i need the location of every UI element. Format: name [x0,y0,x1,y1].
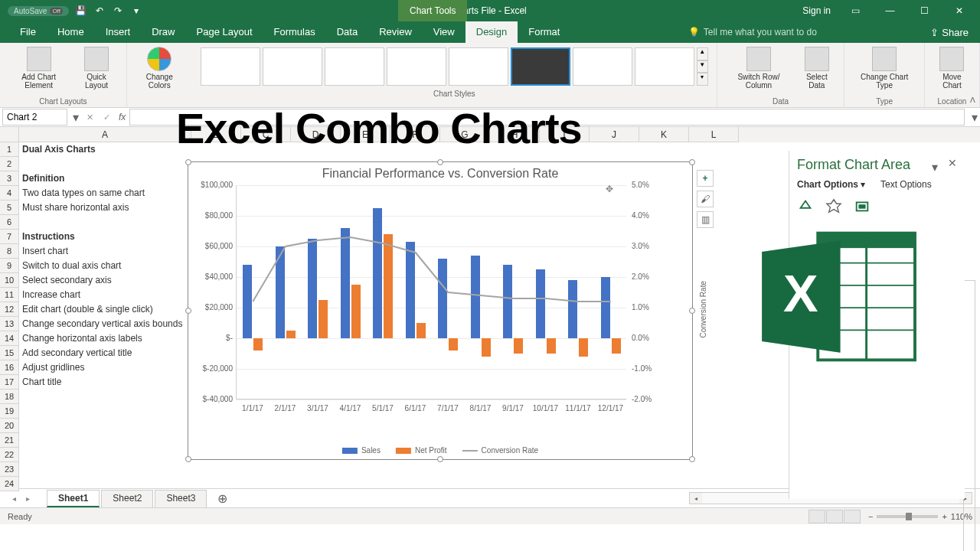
tab-formulas[interactable]: Formulas [263,21,326,43]
chart-filters-icon[interactable]: ▥ [697,211,714,228]
col-header-J[interactable]: J [590,127,639,142]
chart-object[interactable]: + 🖌 ▥ Financial Performance vs. Conversi… [188,161,693,460]
chart-style-6[interactable] [511,47,570,86]
row-header-9[interactable]: 9 [0,259,19,273]
zoom-out-icon[interactable]: − [868,512,873,521]
fx-icon[interactable]: fx [119,112,126,122]
chart-style-4[interactable] [387,47,446,86]
bar-net-profit[interactable] [547,338,556,354]
row-header-24[interactable]: 24 [0,477,19,491]
page-break-view-icon[interactable] [844,510,861,523]
namebox-dropdown-icon[interactable]: ▾ [70,110,81,125]
tab-format[interactable]: Format [518,21,570,43]
row-header-5[interactable]: 5 [0,201,19,215]
row-header-16[interactable]: 16 [0,360,19,375]
bar-sales[interactable] [373,208,382,338]
row-header-18[interactable]: 18 [0,390,19,404]
change-chart-type-button[interactable]: Change Chart Type [851,45,917,91]
col-header-K[interactable]: K [639,127,689,142]
tab-page-layout[interactable]: Page Layout [186,21,263,43]
row-header-1[interactable]: 1 [0,142,19,157]
bar-net-profit[interactable] [253,338,263,350]
chart-styles-icon[interactable]: 🖌 [697,191,714,207]
col-header-A[interactable]: A [19,127,191,142]
bar-sales[interactable] [471,256,480,338]
secondary-axis-title[interactable]: Conversion Rate [699,281,707,337]
cell-A13[interactable]: Change secondary vertical axis bounds [19,317,191,331]
vertical-scrollbar[interactable] [963,280,975,551]
row-header-4[interactable]: 4 [0,186,19,201]
normal-view-icon[interactable] [808,510,825,523]
cancel-formula-icon[interactable]: ✕ [83,110,96,124]
chart-style-7[interactable] [573,47,632,86]
bar-net-profit[interactable] [286,331,296,338]
cell-A3[interactable]: Definition [19,171,191,186]
col-header-L[interactable]: L [689,127,739,142]
bar-sales[interactable] [406,242,415,338]
bar-net-profit[interactable] [449,338,458,350]
switch-row-column-button[interactable]: Switch Row/ Column [724,45,794,91]
bar-sales[interactable] [308,239,317,338]
maximize-icon[interactable]: ☐ [907,0,942,21]
chart-options-tab[interactable]: Chart Options▾ [797,179,865,190]
chart-elements-icon[interactable]: + [697,170,714,187]
minimize-icon[interactable]: — [873,0,907,21]
plot-area[interactable]: $100,0005.0%$80,0004.0%$60,0003.0%$40,00… [236,185,626,399]
move-chart-button[interactable]: Move Chart [931,45,973,91]
save-icon[interactable]: 💾 [75,5,87,17]
cell-A9[interactable]: Switch to dual axis chart [19,259,191,273]
name-box[interactable]: Chart 2 [2,109,67,126]
tab-data[interactable]: Data [326,21,368,43]
collapse-ribbon-icon[interactable]: ᐱ [970,96,975,104]
row-header-12[interactable]: 12 [0,302,19,317]
sheet-tab-sheet3[interactable]: Sheet3 [155,490,207,507]
share-button[interactable]: ⇪ Share [919,27,980,38]
change-colors-button[interactable]: Change Colors [133,45,186,91]
bar-sales[interactable] [341,228,350,338]
close-pane-icon[interactable]: ✕ [948,157,957,169]
row-header-6[interactable]: 6 [0,215,19,230]
bar-sales[interactable] [438,259,447,338]
cell-A14[interactable]: Change horizontal axis labels [19,331,191,346]
row-header-19[interactable]: 19 [0,404,19,419]
chart-legend[interactable]: Sales Net Profit Conversion Rate [342,446,538,455]
sheet-nav-prev-icon[interactable]: ◂ [8,492,20,504]
quick-layout-button[interactable]: Quick Layout [73,45,119,91]
tellme-input[interactable]: Tell me what you want to do [704,27,817,37]
qat-dropdown-icon[interactable]: ▾ [130,5,142,17]
row-header-14[interactable]: 14 [0,331,19,346]
bar-sales[interactable] [536,269,545,338]
bar-net-profit[interactable] [416,323,426,338]
row-header-3[interactable]: 3 [0,171,19,186]
zoom-slider[interactable] [877,515,938,518]
signin-button[interactable]: Sign in [795,5,838,16]
tab-insert[interactable]: Insert [95,21,142,43]
gallery-up-icon[interactable]: ▲ [697,47,708,60]
size-properties-icon[interactable] [854,197,871,214]
close-icon[interactable]: ✕ [942,0,976,21]
row-header-11[interactable]: 11 [0,288,19,302]
page-layout-view-icon[interactable] [826,510,843,523]
cell-A7[interactable]: Instructions [19,230,191,244]
cell-A8[interactable]: Insert chart [19,244,191,259]
cell-A15[interactable]: Add secondary vertical title [19,346,191,360]
row-header-7[interactable]: 7 [0,230,19,244]
sheet-tab-sheet1[interactable]: Sheet1 [47,490,100,507]
bar-sales[interactable] [276,246,285,338]
row-header-2[interactable]: 2 [0,157,19,171]
bar-net-profit[interactable] [384,234,393,338]
tab-file[interactable]: File [9,21,47,43]
cell-A16[interactable]: Adjust gridlines [19,360,191,375]
cell-A10[interactable]: Select secondary axis [19,273,191,288]
text-options-tab[interactable]: Text Options [880,179,932,190]
fill-line-icon[interactable] [797,197,814,214]
add-sheet-button[interactable]: ⊕ [214,491,230,506]
cell-A1[interactable]: Dual Axis Charts [19,142,191,157]
cell-A17[interactable]: Chart title [19,375,191,390]
sheet-tab-sheet2[interactable]: Sheet2 [101,490,153,507]
tab-review[interactable]: Review [368,21,423,43]
bar-net-profit[interactable] [514,338,523,354]
row-header-13[interactable]: 13 [0,317,19,331]
sheet-nav-next-icon[interactable]: ▸ [21,492,34,504]
chart-style-1[interactable] [201,47,260,86]
